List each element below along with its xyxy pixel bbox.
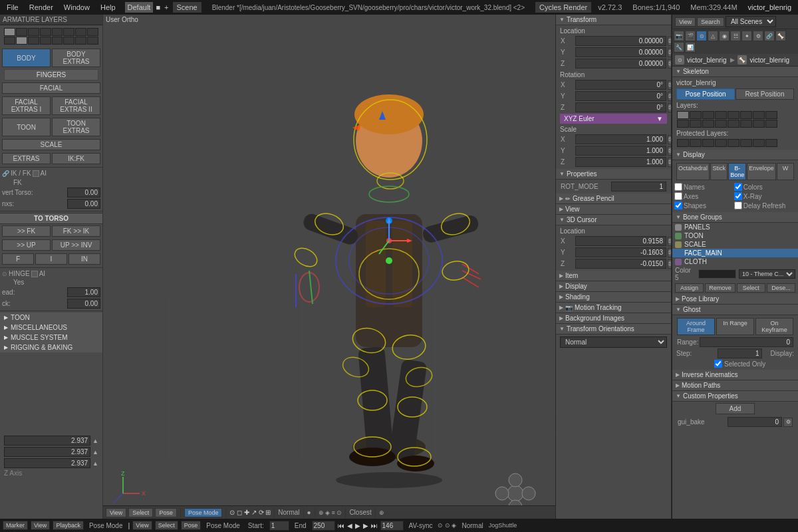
bone-group-scale[interactable]: SCALE <box>672 240 798 249</box>
shapes-checkbox[interactable] <box>674 201 682 209</box>
skel-layer-10[interactable] <box>690 120 702 128</box>
toon-extras-button[interactable]: TOON EXTRAS <box>52 118 100 136</box>
muscle-section-header[interactable]: ▶ MUSCLE SYSTEM <box>0 332 102 342</box>
particles-icon[interactable]: ✦ <box>741 31 752 41</box>
rot-x-input[interactable] <box>575 80 666 90</box>
i-btn[interactable]: I <box>35 253 67 265</box>
colors-checkbox[interactable] <box>734 183 742 191</box>
layer-9[interactable] <box>4 37 15 45</box>
back-input[interactable] <box>67 299 100 309</box>
menu-render[interactable]: Render <box>25 2 57 13</box>
rot-z-btn[interactable]: ⊡ <box>668 103 672 112</box>
playback-btn[interactable]: Playback <box>53 521 84 530</box>
view-btn-bot[interactable]: View <box>132 521 152 530</box>
scale-y-btn[interactable]: ⊡ <box>668 146 672 156</box>
scene-icon[interactable]: 📷 <box>674 31 684 41</box>
selected-only-checkbox[interactable] <box>714 360 722 368</box>
pose-mode-btn[interactable]: Pose <box>155 508 177 517</box>
ghost-header[interactable]: ▼ Ghost <box>672 305 798 315</box>
head-input[interactable] <box>67 287 100 297</box>
pose-mode-active-btn[interactable]: Pose Mode <box>184 508 223 517</box>
scale-button[interactable]: SCALE <box>2 139 100 150</box>
bone-group-cloth[interactable]: CLOTH <box>672 257 798 266</box>
layout-icon[interactable]: Default <box>125 2 154 13</box>
rot-y-input[interactable] <box>575 91 666 101</box>
ai-checkbox[interactable] <box>33 170 39 177</box>
layer-4[interactable] <box>40 28 51 36</box>
next-frame-btn[interactable]: ▶ <box>363 522 368 529</box>
layout-btn2[interactable]: + <box>163 2 170 13</box>
menu-file[interactable]: File <box>3 2 23 13</box>
ghost-range-input[interactable] <box>700 337 793 347</box>
coord-z-input[interactable] <box>4 458 90 468</box>
skel-layer-8[interactable] <box>765 111 777 119</box>
object-icon[interactable]: ⊙ <box>696 31 707 41</box>
prot-layer-2[interactable] <box>690 139 702 147</box>
view-header[interactable]: ▶ View <box>556 204 671 215</box>
rot-x-btn[interactable]: ⊡ <box>668 80 672 90</box>
bone-icon[interactable]: 🦴 <box>775 31 786 41</box>
loc-y-btn[interactable]: ⊡ <box>668 48 672 57</box>
transform-orientations-header[interactable]: ▼ Transform Orientations <box>556 324 671 334</box>
layer-6[interactable] <box>63 28 74 36</box>
layer-16[interactable] <box>87 37 98 45</box>
axes-checkbox[interactable] <box>674 192 682 200</box>
start-input[interactable] <box>269 521 289 531</box>
ghost-step-input[interactable] <box>718 348 763 358</box>
rot-y-btn[interactable]: ⊡ <box>668 92 672 101</box>
prev-frame-btn[interactable]: ◀ <box>347 522 352 529</box>
up-inv-btn[interactable]: UP >> INV <box>52 239 100 251</box>
bg-images-header[interactable]: ▶ Background Images <box>556 313 671 324</box>
toon-section-header[interactable]: ▶ TOON <box>0 313 102 323</box>
skel-layer-1[interactable] <box>677 111 689 119</box>
bone-group-toon[interactable]: TOON <box>672 231 798 240</box>
skel-layer-16[interactable] <box>765 120 777 128</box>
layer-3[interactable] <box>28 28 39 36</box>
octahedral-tab[interactable]: Octahedral <box>676 163 710 180</box>
scale-z-input[interactable] <box>575 157 666 167</box>
physics-icon[interactable]: ⚙ <box>753 31 763 41</box>
menu-window[interactable]: Window <box>60 2 94 13</box>
modifiers-icon[interactable]: 🔧 <box>674 42 684 53</box>
remove-btn[interactable]: Remove <box>705 283 735 293</box>
skel-layer-6[interactable] <box>740 111 752 119</box>
names-checkbox[interactable] <box>674 183 682 191</box>
scale-x-input[interactable] <box>575 134 666 144</box>
shading-header[interactable]: ▶ Shading <box>556 292 671 303</box>
motion-paths-header[interactable]: ▶ Motion Paths <box>672 380 798 391</box>
skel-layer-3[interactable] <box>702 111 714 119</box>
coord-x-input[interactable] <box>4 436 90 446</box>
prot-layer-3[interactable] <box>702 139 714 147</box>
transform-orient-select[interactable]: Normal <box>560 336 667 348</box>
play-btn[interactable]: ▶ <box>355 522 360 529</box>
torso-input[interactable] <box>67 188 100 198</box>
layer-12[interactable] <box>40 37 51 45</box>
mesh-icon[interactable]: △ <box>708 31 718 41</box>
prot-layer-1[interactable] <box>677 139 689 147</box>
prot-layer-7[interactable] <box>753 139 765 147</box>
skel-layer-5[interactable] <box>728 111 739 119</box>
fk-ik-btn[interactable]: FK >> IK <box>52 225 100 237</box>
body-extras-button[interactable]: BODY EXTRAS <box>52 49 100 67</box>
skel-layer-13[interactable] <box>728 120 739 128</box>
layer-10[interactable] <box>16 37 27 45</box>
cursor-3d-header[interactable]: ▼ 3D Cursor <box>556 215 671 225</box>
data-icon[interactable]: 📊 <box>685 42 696 53</box>
layer-15[interactable] <box>75 37 86 45</box>
custom-props-header[interactable]: ▼ Custom Properties <box>672 391 798 402</box>
skel-layer-9[interactable] <box>677 120 689 128</box>
gui-bake-input[interactable] <box>728 417 783 427</box>
skel-layer-14[interactable] <box>740 120 752 128</box>
skel-layer-11[interactable] <box>702 120 714 128</box>
toon-button[interactable]: TOON <box>2 118 51 136</box>
motion-tracking-header[interactable]: ▶ 📷 Motion Tracking <box>556 303 671 313</box>
torso2-input[interactable] <box>67 199 100 209</box>
view-btn[interactable]: View <box>675 17 696 27</box>
cursor-z-btn[interactable]: ⊡ <box>668 259 672 269</box>
gui-bake-btn[interactable]: ⚙ <box>783 418 793 427</box>
layer-11[interactable] <box>28 37 39 45</box>
last-frame-btn[interactable]: ⏭ <box>371 522 378 529</box>
cursor-y-input[interactable] <box>575 247 666 257</box>
rigging-section-header[interactable]: ▶ RIGGING & BAKING <box>0 342 102 352</box>
misc-section-header[interactable]: ▶ MISCELLANEOUS <box>0 323 102 332</box>
